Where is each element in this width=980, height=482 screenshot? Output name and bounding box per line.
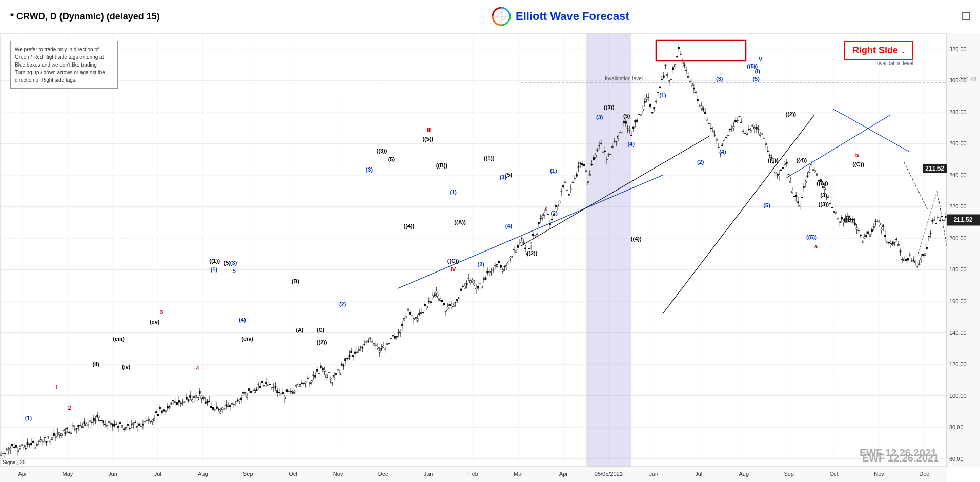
invalidation-level-label: Invalidation level	[875, 60, 913, 66]
header-bar: * CRWD, D (Dynamic) (delayed 15) Elliott…	[0, 0, 980, 33]
right-side-badge: Right Side ↓	[844, 41, 913, 60]
info-box-text: We prefer to trade only in direction of …	[15, 47, 105, 83]
brand-logo: Elliott Wave Forecast	[492, 7, 629, 26]
signal-label: Signal, 20	[3, 459, 25, 465]
right-side-label: Right Side ↓	[852, 45, 905, 55]
watermark: EWF 12.26.2021	[862, 452, 939, 464]
current-price-badge: 211.52	[923, 164, 947, 173]
chart-container: * CRWD, D (Dynamic) (delayed 15) Elliott…	[0, 0, 980, 482]
maximize-icon[interactable]	[962, 12, 970, 20]
info-box: We prefer to trade only in direction of …	[10, 41, 118, 89]
chart-title: * CRWD, D (Dynamic) (delayed 15)	[10, 11, 160, 22]
chart-canvas	[0, 0, 980, 482]
brand-name-text: Elliott Wave Forecast	[516, 10, 629, 23]
current-price-value: 211.52	[925, 165, 944, 172]
brand-logo-icon	[492, 7, 511, 26]
